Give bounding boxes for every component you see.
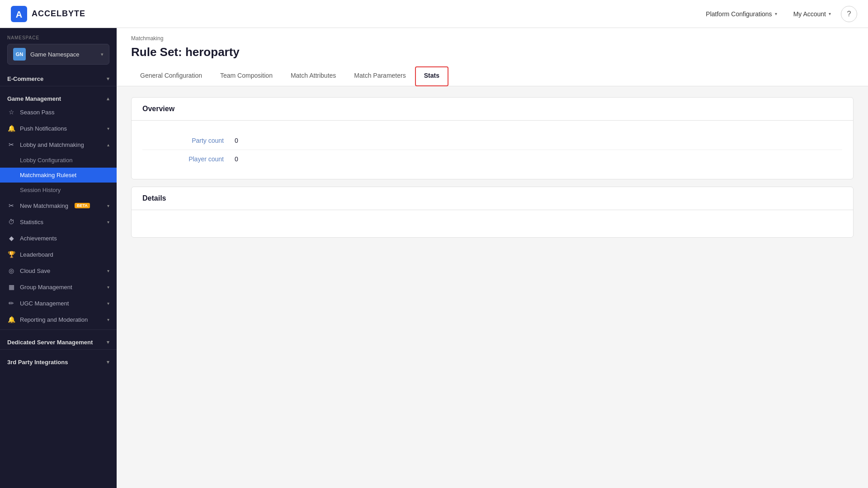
chevron-down-icon: ▾	[829, 11, 831, 16]
sidebar-item-lobby-matchmaking[interactable]: ✂ Lobby and Matchmaking ▴	[0, 136, 117, 153]
sidebar-sub-item-session-history[interactable]: Session History	[0, 183, 117, 197]
app-body: NAMESPACE GN Game Namespace ▾ E-Commerce…	[0, 28, 868, 488]
game-management-label: Game Management	[7, 95, 61, 102]
sidebar-section-game-management[interactable]: Game Management ▴	[0, 88, 117, 104]
chevron-down-icon: ▾	[107, 126, 109, 131]
sidebar-sub-item-lobby-config[interactable]: Lobby Configuration	[0, 153, 117, 168]
chevron-down-icon: ▾	[775, 11, 777, 16]
sidebar-item-ugc-management[interactable]: ✏ UGC Management ▾	[0, 295, 117, 311]
lobby-matchmaking-label: Lobby and Matchmaking	[20, 141, 84, 148]
namespace-selector[interactable]: GN Game Namespace ▾	[7, 44, 109, 65]
new-matchmaking-label: New Matchmaking	[20, 202, 68, 209]
chevron-up-icon: ▴	[107, 142, 109, 147]
breadcrumb: Matchmaking	[131, 35, 854, 42]
details-card: Details	[131, 187, 854, 238]
chevron-down-icon: ▾	[107, 339, 109, 345]
tab-team-composition[interactable]: Team Composition	[211, 66, 282, 86]
logo-area: A ACCELBYTE	[11, 6, 85, 22]
third-party-label: 3rd Party Integrations	[7, 359, 68, 366]
platform-config-button[interactable]: Platform Configurations ▾	[699, 7, 783, 21]
chevron-down-icon: ▾	[107, 301, 109, 306]
svg-text:A: A	[16, 9, 22, 19]
my-account-button[interactable]: My Account ▾	[787, 7, 837, 21]
beta-badge: BETA	[75, 203, 90, 208]
reporting-icon: 🔔	[7, 316, 15, 323]
bell-icon: 🔔	[7, 125, 15, 132]
sidebar-item-statistics[interactable]: ⏱ Statistics ▾	[0, 214, 117, 230]
content-body: Overview Party count 0 Player count 0 De…	[117, 86, 868, 256]
leaderboard-icon: 🏆	[7, 251, 15, 258]
matchmaking-icon: ✂	[7, 141, 15, 148]
namespace-label: NAMESPACE	[7, 35, 109, 40]
sidebar-item-reporting-moderation[interactable]: 🔔 Reporting and Moderation ▾	[0, 311, 117, 328]
chevron-down-icon: ▾	[107, 220, 109, 225]
sidebar-divider-2	[0, 329, 117, 330]
sidebar-item-push-notifications[interactable]: 🔔 Push Notifications ▾	[0, 120, 117, 136]
namespace-chevron-icon: ▾	[101, 52, 104, 57]
sidebar-item-cloud-save[interactable]: ◎ Cloud Save ▾	[0, 263, 117, 279]
chevron-down-icon: ▾	[107, 203, 109, 208]
lobby-config-label: Lobby Configuration	[20, 157, 72, 164]
matchmaking-ruleset-label: Matchmaking Ruleset	[20, 172, 76, 178]
chevron-down-icon: ▾	[107, 268, 109, 273]
logo-text: ACCELBYTE	[32, 9, 85, 19]
statistics-label: Statistics	[20, 219, 43, 225]
sidebar-item-group-management[interactable]: ▦ Group Management ▾	[0, 279, 117, 295]
top-header: A ACCELBYTE Platform Configurations ▾ My…	[0, 0, 868, 28]
sidebar-divider	[0, 86, 117, 86]
sidebar-sub-item-matchmaking-ruleset[interactable]: Matchmaking Ruleset	[0, 168, 117, 183]
player-count-label: Player count	[142, 155, 224, 163]
chevron-down-icon: ▾	[107, 76, 109, 82]
accelbyte-logo-icon: A	[11, 6, 27, 22]
chevron-down-icon: ▾	[107, 317, 109, 322]
content-header: Matchmaking Rule Set: heroparty General …	[117, 28, 868, 86]
season-pass-label: Season Pass	[20, 109, 55, 116]
cloud-save-label: Cloud Save	[20, 267, 50, 274]
statistics-icon: ⏱	[7, 218, 15, 225]
party-count-row: Party count 0	[142, 131, 842, 150]
reporting-moderation-label: Reporting and Moderation	[20, 316, 88, 323]
group-management-label: Group Management	[20, 284, 72, 291]
cloud-save-icon: ◎	[7, 267, 15, 274]
header-right: Platform Configurations ▾ My Account ▾ ?	[699, 6, 857, 22]
player-count-value: 0	[235, 155, 238, 163]
sidebar-divider-3	[0, 349, 117, 350]
new-matchmaking-icon: ✂	[7, 202, 15, 209]
sidebar-item-achievements[interactable]: ◆ Achievements	[0, 230, 117, 246]
chevron-up-icon: ▴	[107, 96, 109, 102]
namespace-name: Game Namespace	[30, 51, 96, 58]
sidebar-section-third-party[interactable]: 3rd Party Integrations ▾	[0, 352, 117, 367]
my-account-label: My Account	[793, 10, 826, 18]
overview-card-body: Party count 0 Player count 0	[132, 121, 853, 179]
details-card-body	[132, 210, 853, 237]
push-notifications-label: Push Notifications	[20, 125, 67, 132]
sidebar-item-new-matchmaking[interactable]: ✂ New Matchmaking BETA ▾	[0, 197, 117, 214]
star-icon: ☆	[7, 108, 15, 116]
sidebar-item-leaderboard[interactable]: 🏆 Leaderboard	[0, 246, 117, 263]
ecommerce-label: E-Commerce	[7, 75, 43, 82]
group-management-icon: ▦	[7, 283, 15, 291]
sidebar: NAMESPACE GN Game Namespace ▾ E-Commerce…	[0, 28, 117, 488]
overview-card: Overview Party count 0 Player count 0	[131, 97, 854, 179]
help-button[interactable]: ?	[841, 6, 857, 22]
tab-general-config[interactable]: General Configuration	[131, 66, 211, 86]
tab-match-attributes[interactable]: Match Attributes	[282, 66, 345, 86]
ugc-icon: ✏	[7, 300, 15, 307]
help-icon: ?	[847, 10, 851, 18]
overview-card-header: Overview	[132, 98, 853, 121]
sidebar-section-dedicated-server[interactable]: Dedicated Server Management ▾	[0, 332, 117, 347]
dedicated-server-label: Dedicated Server Management	[7, 339, 93, 346]
main-content: Matchmaking Rule Set: heroparty General …	[117, 28, 868, 488]
tabs-bar: General Configuration Team Composition M…	[131, 66, 854, 86]
achievements-label: Achievements	[20, 235, 57, 242]
achievements-icon: ◆	[7, 235, 15, 242]
party-count-value: 0	[235, 137, 238, 144]
namespace-avatar: GN	[13, 48, 26, 61]
sidebar-item-season-pass[interactable]: ☆ Season Pass	[0, 104, 117, 120]
player-count-row: Player count 0	[142, 150, 842, 168]
party-count-label: Party count	[142, 137, 224, 144]
tab-match-parameters[interactable]: Match Parameters	[345, 66, 415, 86]
sidebar-section-ecommerce[interactable]: E-Commerce ▾	[0, 68, 117, 84]
chevron-down-icon: ▾	[107, 285, 109, 290]
tab-stats[interactable]: Stats	[415, 66, 448, 86]
